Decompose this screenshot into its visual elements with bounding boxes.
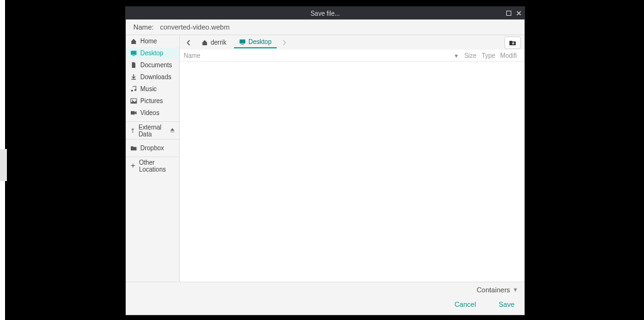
plus-icon	[130, 162, 136, 169]
sidebar-item-videos[interactable]: Videos	[126, 107, 179, 119]
sidebar-separator	[126, 157, 179, 157]
sidebar-item-other-locations[interactable]: Other Locations	[126, 160, 179, 172]
col-type[interactable]: Type	[479, 52, 498, 59]
sort-indicator-icon[interactable]: ▾	[455, 52, 458, 59]
home-icon	[130, 38, 137, 45]
eject-icon[interactable]	[170, 127, 175, 134]
svg-rect-9	[240, 40, 245, 43]
col-modified[interactable]: Modifi	[497, 52, 519, 59]
pictures-icon	[130, 97, 137, 104]
svg-point-4	[135, 89, 136, 91]
nav-forward-button	[279, 38, 289, 48]
sidebar-item-dropbox[interactable]: Dropbox	[126, 142, 179, 154]
svg-rect-1	[131, 51, 136, 55]
breadcrumb-home[interactable]: derrik	[196, 37, 231, 48]
home-icon	[201, 39, 208, 46]
new-folder-button[interactable]	[504, 36, 521, 49]
file-list[interactable]	[180, 62, 525, 282]
sidebar-separator	[126, 121, 179, 122]
desktop-icon	[130, 50, 137, 57]
sidebar-separator	[126, 139, 179, 140]
nav-back-button[interactable]	[184, 38, 194, 48]
sidebar-item-label: Documents	[140, 62, 172, 69]
svg-rect-10	[242, 44, 244, 45]
svg-point-3	[131, 90, 133, 92]
sidebar-item-label: Downloads	[140, 74, 171, 80]
sidebar-item-label: Dropbox	[140, 145, 164, 152]
breadcrumb-label: Desktop	[248, 38, 272, 45]
sidebar-item-label: Videos	[140, 109, 159, 116]
sidebar-item-desktop[interactable]: Desktop	[126, 47, 179, 59]
sidebar-item-documents[interactable]: Documents	[126, 59, 179, 71]
titlebar: Save file...	[126, 7, 525, 19]
svg-point-8	[132, 132, 133, 133]
svg-point-6	[132, 100, 133, 101]
save-button[interactable]: Save	[495, 299, 518, 310]
svg-rect-0	[507, 11, 511, 16]
sidebar-item-label: Desktop	[140, 50, 164, 57]
sidebar-item-downloads[interactable]: Downloads	[126, 71, 179, 83]
close-button[interactable]	[515, 9, 523, 17]
window-title: Save file...	[311, 10, 340, 17]
maximize-button[interactable]	[505, 9, 513, 17]
breadcrumb-desktop[interactable]: Desktop	[234, 36, 277, 48]
video-icon	[130, 109, 137, 116]
filename-row: Name:	[126, 19, 525, 35]
cancel-button[interactable]: Cancel	[451, 299, 480, 310]
folder-icon	[130, 145, 137, 152]
column-headers: Name ▾ Size Type Modifi	[180, 50, 525, 62]
sidebar-item-label: Music	[140, 86, 157, 92]
desktop-icon	[239, 38, 246, 45]
file-chooser-main: derrik Desktop	[180, 35, 525, 282]
sidebar-item-label: Home	[140, 38, 157, 45]
path-bar: derrik Desktop	[180, 35, 525, 50]
download-icon	[130, 74, 137, 80]
svg-rect-2	[133, 55, 135, 56]
bottom-bar: Containers ▼ Cancel Save	[126, 282, 525, 315]
sidebar-item-label: Other Locations	[139, 159, 175, 173]
chevron-down-icon: ▼	[513, 287, 518, 293]
filter-row[interactable]: Containers ▼	[132, 286, 518, 294]
svg-rect-7	[131, 111, 135, 115]
sidebar-item-label: External Data	[138, 124, 167, 138]
col-name[interactable]: Name	[184, 52, 455, 59]
filename-input[interactable]	[160, 23, 517, 31]
col-size[interactable]: Size	[462, 52, 479, 59]
places-sidebar: Home Desktop Documents	[126, 35, 180, 282]
usb-icon	[130, 127, 135, 134]
sidebar-item-external-data[interactable]: External Data	[126, 124, 179, 136]
filter-label: Containers	[477, 286, 510, 294]
save-file-dialog: Save file... Name:	[125, 6, 525, 316]
filename-label: Name:	[133, 23, 153, 31]
sidebar-item-home[interactable]: Home	[126, 35, 179, 47]
breadcrumb-label: derrik	[211, 39, 226, 46]
sidebar-item-label: Pictures	[140, 97, 163, 104]
sidebar-item-pictures[interactable]: Pictures	[126, 95, 179, 107]
music-icon	[130, 86, 137, 92]
document-icon	[130, 62, 137, 69]
sidebar-item-music[interactable]: Music	[126, 83, 179, 95]
